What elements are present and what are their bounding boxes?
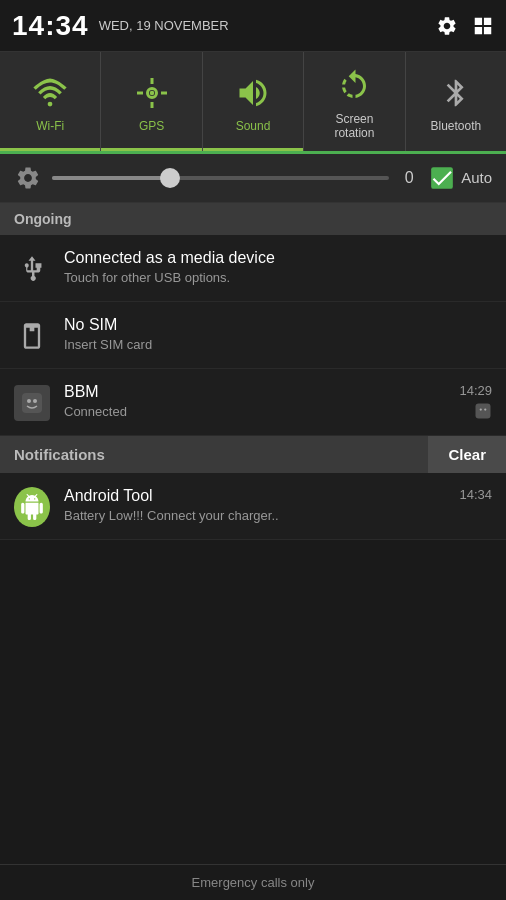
brightness-slider[interactable] <box>52 176 389 180</box>
gps-indicator <box>101 148 201 151</box>
slider-thumb <box>160 168 180 188</box>
status-bar: 14:34 WED, 19 NOVEMBER <box>0 0 506 52</box>
qs-gps[interactable]: GPS <box>101 52 202 151</box>
nosim-notification[interactable]: No SIM Insert SIM card <box>0 302 506 369</box>
usb-notif-content: Connected as a media device Touch for ot… <box>64 249 492 285</box>
qs-bluetooth-label: Bluetooth <box>430 119 481 133</box>
bbm-notif-content: BBM Connected <box>64 383 459 419</box>
usb-notification[interactable]: Connected as a media device Touch for ot… <box>0 235 506 302</box>
usb-notif-title: Connected as a media device <box>64 249 492 267</box>
svg-point-9 <box>484 408 486 410</box>
qs-screen-rotation[interactable]: Screen rotation <box>304 52 405 151</box>
bbm-icon <box>14 385 50 421</box>
bbm-notif-subtitle: Connected <box>64 404 459 419</box>
sound-icon <box>233 73 273 113</box>
emergency-text: Emergency calls only <box>192 875 315 890</box>
qs-sound[interactable]: Sound <box>203 52 304 151</box>
qs-bluetooth[interactable]: Bluetooth <box>406 52 506 151</box>
svg-point-2 <box>149 91 154 96</box>
android-tool-meta: 14:34 <box>459 487 492 502</box>
android-tool-time: 14:34 <box>459 487 492 502</box>
grid-icon <box>472 15 494 37</box>
android-logo <box>14 487 50 527</box>
gear-icon <box>436 15 458 37</box>
ongoing-section-header: Ongoing <box>0 203 506 235</box>
wifi-icon <box>30 73 70 113</box>
qs-screen-rotation-label: Screen rotation <box>334 112 374 141</box>
usb-notif-subtitle: Touch for other USB options. <box>64 270 492 285</box>
auto-label: Auto <box>461 169 492 186</box>
status-date: WED, 19 NOVEMBER <box>99 18 229 33</box>
svg-point-6 <box>33 399 37 403</box>
notifications-header-label: Notifications <box>0 436 428 473</box>
checkbox-icon <box>429 165 455 191</box>
status-icons <box>436 15 494 37</box>
svg-rect-4 <box>22 393 42 413</box>
android-tool-notification[interactable]: Android Tool Battery Low!!! Connect your… <box>0 473 506 540</box>
notifications-header: Notifications Clear <box>0 436 506 473</box>
android-tool-content: Android Tool Battery Low!!! Connect your… <box>64 487 459 523</box>
bbm-status-icon <box>474 402 492 420</box>
gps-icon <box>132 73 172 113</box>
bbm-logo <box>14 385 50 421</box>
nosim-notif-subtitle: Insert SIM card <box>64 337 492 352</box>
sim-icon <box>14 318 50 354</box>
bbm-notification[interactable]: BBM Connected 14:29 <box>0 369 506 436</box>
brightness-icon <box>14 164 42 192</box>
auto-brightness-toggle[interactable]: Auto <box>429 165 492 191</box>
screen-rotation-icon <box>334 66 374 106</box>
bbm-notif-title: BBM <box>64 383 459 401</box>
clear-button[interactable]: Clear <box>428 436 506 473</box>
android-tool-icon <box>14 489 50 525</box>
android-tool-title: Android Tool <box>64 487 459 505</box>
qs-wifi[interactable]: Wi-Fi <box>0 52 101 151</box>
usb-icon <box>14 251 50 287</box>
wifi-indicator <box>0 148 100 151</box>
status-time: 14:34 <box>12 10 89 42</box>
sound-indicator <box>203 148 303 151</box>
quick-settings: Wi-Fi GPS Sound S <box>0 52 506 154</box>
slider-fill <box>52 176 170 180</box>
svg-rect-3 <box>431 167 453 189</box>
nosim-notif-content: No SIM Insert SIM card <box>64 316 492 352</box>
bluetooth-icon <box>436 73 476 113</box>
qs-gps-label: GPS <box>139 119 164 133</box>
brightness-bar: 0 Auto <box>0 154 506 203</box>
bbm-notif-time: 14:29 <box>459 383 492 398</box>
qs-sound-label: Sound <box>236 119 271 133</box>
nosim-notif-title: No SIM <box>64 316 492 334</box>
bottom-bar: Emergency calls only <box>0 864 506 900</box>
svg-point-5 <box>27 399 31 403</box>
svg-point-8 <box>480 408 482 410</box>
bbm-notif-meta: 14:29 <box>459 383 492 420</box>
svg-rect-7 <box>476 403 491 418</box>
svg-point-0 <box>48 102 53 107</box>
android-tool-subtitle: Battery Low!!! Connect your charger.. <box>64 508 459 523</box>
brightness-value: 0 <box>399 169 419 187</box>
qs-wifi-label: Wi-Fi <box>36 119 64 133</box>
